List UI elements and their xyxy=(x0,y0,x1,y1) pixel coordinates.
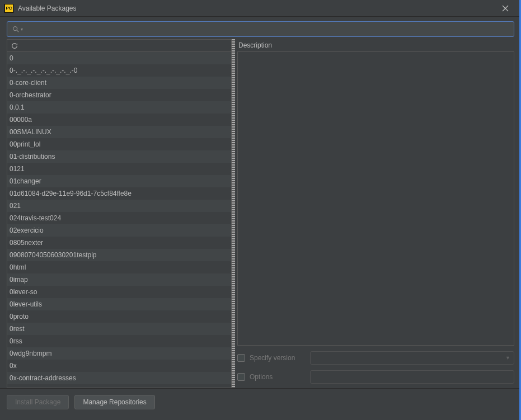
package-item[interactable]: 0imap xyxy=(7,273,231,286)
package-item[interactable]: 0lever-utils xyxy=(7,298,231,310)
refresh-icon[interactable] xyxy=(11,42,18,50)
search-dropdown-icon[interactable]: ▾ xyxy=(21,27,23,32)
chevron-down-icon: ▼ xyxy=(505,355,510,361)
package-item[interactable]: 0 xyxy=(7,52,231,64)
svg-point-2 xyxy=(13,27,17,31)
package-item[interactable]: 0805nexter xyxy=(7,237,231,249)
package-item[interactable]: 01-distributions xyxy=(7,150,231,163)
package-item[interactable]: 02exercicio xyxy=(7,224,231,237)
search-row: ▾ xyxy=(0,17,521,39)
specify-version-row: Specify version ▼ xyxy=(237,350,514,366)
specify-version-label: Specify version xyxy=(250,354,306,362)
options-checkbox[interactable] xyxy=(237,373,245,381)
manage-repositories-button[interactable]: Manage Repositories xyxy=(74,395,154,409)
package-item[interactable]: 0-orchestrator xyxy=(7,89,231,101)
install-package-button[interactable]: Install Package xyxy=(7,395,69,409)
specify-version-checkbox[interactable] xyxy=(237,354,245,362)
search-icon xyxy=(12,25,20,33)
package-item[interactable]: 0.0.1 xyxy=(7,101,231,114)
titlebar: PC Available Packages xyxy=(0,0,521,17)
search-input[interactable] xyxy=(26,25,509,33)
options-row: Options xyxy=(237,369,514,385)
package-item[interactable]: 0-core-client xyxy=(7,77,231,89)
bottom-bar: Install Package Manage Repositories xyxy=(0,388,521,415)
package-item[interactable]: 024travis-test024 xyxy=(7,212,231,224)
package-item[interactable]: 01d61084-d29e-11e9-96d1-7c5cf84ffe8e xyxy=(7,187,231,200)
package-item[interactable]: 0wdg9nbmpm xyxy=(7,347,231,360)
description-box xyxy=(237,51,514,346)
package-item[interactable]: 0lever-so xyxy=(7,286,231,298)
left-panel: 00-._.-._.-._.-._.-._.-._.-00-core-clien… xyxy=(7,39,232,388)
package-item[interactable]: 0-._.-._.-._.-._.-._.-._.-0 xyxy=(7,64,231,77)
package-item[interactable]: 0x-contract-addresses xyxy=(7,372,231,384)
search-box[interactable]: ▾ xyxy=(7,21,514,37)
package-item[interactable]: 01changer xyxy=(7,175,231,187)
package-item[interactable]: 00SMALINUX xyxy=(7,126,231,138)
version-combo[interactable]: ▼ xyxy=(310,351,514,365)
options-input[interactable] xyxy=(310,370,514,384)
package-item[interactable]: 090807040506030201testpip xyxy=(7,249,231,261)
package-item[interactable]: 0rss xyxy=(7,335,231,347)
svg-line-3 xyxy=(17,30,19,32)
toolbar xyxy=(7,40,231,52)
package-item[interactable]: 0rest xyxy=(7,323,231,335)
package-item[interactable]: 0121 xyxy=(7,163,231,175)
close-icon xyxy=(502,5,509,12)
package-item[interactable]: 0x xyxy=(7,360,231,372)
package-item[interactable]: 021 xyxy=(7,200,231,212)
description-label: Description xyxy=(237,39,514,51)
package-item[interactable]: 0proto xyxy=(7,310,231,323)
package-item[interactable]: 00print_lol xyxy=(7,138,231,150)
package-item[interactable]: 0html xyxy=(7,261,231,273)
right-panel: Description Specify version ▼ Options xyxy=(235,39,514,388)
close-button[interactable] xyxy=(494,0,517,17)
content-area: 00-._.-._.-._.-._.-._.-._.-00-core-clien… xyxy=(0,39,521,388)
window-title: Available Packages xyxy=(18,4,494,12)
options-label: Options xyxy=(250,373,306,381)
package-list[interactable]: 00-._.-._.-._.-._.-._.-._.-00-core-clien… xyxy=(7,52,231,388)
package-item[interactable]: 00000a xyxy=(7,114,231,126)
app-icon: PC xyxy=(4,4,13,13)
